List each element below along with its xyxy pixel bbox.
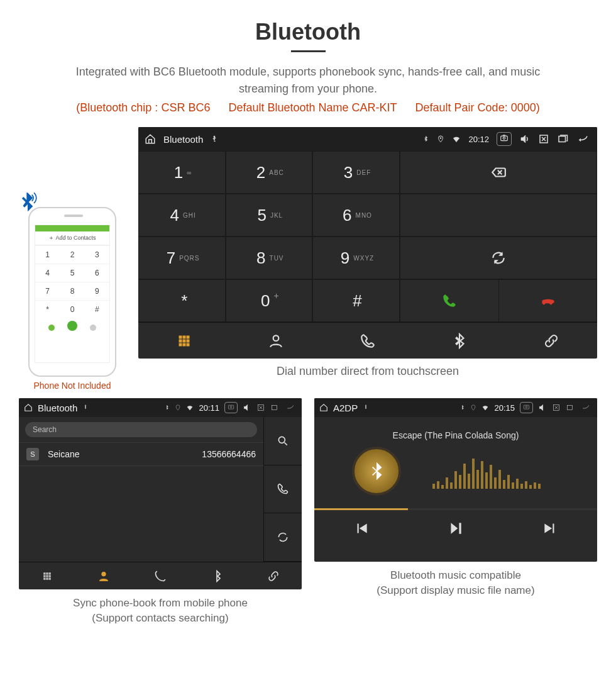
key-0[interactable]: 0+	[226, 279, 313, 322]
svg-rect-25	[49, 575, 51, 577]
sync-button[interactable]	[264, 513, 302, 562]
phone-add-contacts: ＋ Add to Contacts	[35, 231, 109, 245]
svg-rect-7	[187, 336, 189, 338]
recent-apps-icon[interactable]	[270, 403, 279, 412]
recent-apps-icon[interactable]	[557, 133, 568, 145]
tab-keypad[interactable]	[138, 323, 230, 359]
phone-caption: Phone Not Included	[19, 381, 126, 391]
prev-button[interactable]	[314, 510, 409, 547]
dialer-tabbar	[138, 322, 597, 359]
key-#[interactable]: #	[312, 279, 400, 322]
progress-bar[interactable]	[314, 508, 597, 510]
volume-icon[interactable]	[243, 403, 251, 412]
key-5[interactable]: 5JKL	[226, 194, 313, 237]
svg-rect-6	[183, 336, 185, 338]
search-button[interactable]	[264, 417, 302, 465]
tab-recents[interactable]	[322, 323, 414, 359]
back-icon[interactable]	[284, 403, 297, 412]
home-icon[interactable]	[24, 403, 33, 412]
svg-rect-10	[187, 340, 189, 342]
key-3[interactable]: 3DEF	[312, 151, 400, 194]
backspace-button[interactable]	[400, 151, 597, 194]
bt-params: (Bluetooth chip : CSR BC6 Default Blueto…	[19, 101, 597, 114]
home-icon[interactable]	[145, 133, 156, 145]
tab-keypad[interactable]	[19, 562, 75, 589]
key-*[interactable]: *	[138, 279, 226, 322]
svg-rect-27	[46, 577, 48, 579]
statusbar-title: Bluetooth	[163, 134, 203, 145]
svg-rect-5	[179, 336, 182, 338]
bt-status-icon	[422, 133, 429, 145]
pb-statusbar-time: 20:11	[199, 403, 219, 413]
volume-icon[interactable]	[538, 403, 547, 412]
key-6[interactable]: 6MNO	[312, 194, 400, 237]
key-7[interactable]: 7PQRS	[138, 237, 226, 279]
hangup-button[interactable]	[498, 280, 597, 321]
tab-recents[interactable]	[132, 562, 189, 589]
param-chip: (Bluetooth chip : CSR BC6	[76, 101, 210, 114]
svg-point-19	[278, 437, 285, 443]
tab-contacts[interactable]	[230, 323, 322, 359]
svg-rect-4	[559, 136, 566, 142]
screenshot-icon[interactable]	[520, 402, 533, 413]
key-2[interactable]: 2ABC	[226, 151, 313, 194]
svg-point-29	[102, 572, 106, 576]
key-9[interactable]: 9WXYZ	[312, 237, 400, 279]
wifi-icon	[481, 403, 489, 412]
contact-name: Seicane	[48, 449, 80, 459]
key-4[interactable]: 4GHI	[138, 194, 226, 237]
location-icon	[437, 133, 444, 145]
sync-button[interactable]	[400, 237, 597, 279]
key-8[interactable]: 8TUV	[226, 237, 313, 279]
home-icon[interactable]	[319, 403, 328, 412]
usb-icon	[363, 403, 369, 412]
svg-rect-20	[43, 572, 45, 574]
close-app-icon[interactable]	[256, 403, 265, 412]
recent-apps-icon[interactable]	[566, 403, 575, 412]
location-icon	[470, 403, 476, 412]
next-button[interactable]	[503, 510, 597, 547]
call-button[interactable]	[264, 465, 302, 514]
music-statusbar-title: A2DP	[333, 403, 358, 413]
back-icon[interactable]	[580, 403, 592, 412]
tab-pair[interactable]	[245, 562, 302, 589]
close-app-icon[interactable]	[552, 403, 561, 412]
svg-rect-1	[501, 136, 508, 141]
svg-rect-21	[46, 572, 48, 574]
lead-text: Integrated with BC6 Bluetooth module, su…	[50, 64, 566, 97]
phonebook-device: Bluetooth 20:11 Search	[19, 398, 302, 589]
call-button[interactable]	[400, 280, 498, 321]
svg-rect-23	[43, 575, 45, 577]
svg-rect-13	[187, 343, 189, 346]
tab-contacts[interactable]	[75, 562, 132, 589]
screenshot-icon[interactable]	[497, 132, 512, 146]
svg-point-2	[503, 137, 505, 140]
music-caption: Bluetooth music compatible (Support disp…	[314, 568, 597, 598]
title-underline	[291, 50, 326, 52]
phone-mockup: ＋ Add to Contacts 123 456 789 *0# Phone …	[19, 207, 126, 391]
dialer-device: Bluetooth 20:12 1∞2ABC3DEF4GHI5JKL6MNO7P…	[138, 127, 597, 359]
status-bar: Bluetooth 20:12	[138, 127, 597, 151]
key-1[interactable]: 1∞	[138, 151, 226, 194]
equalizer	[432, 457, 541, 489]
svg-rect-9	[183, 340, 185, 342]
bt-status-icon	[164, 403, 170, 412]
close-app-icon[interactable]	[538, 133, 549, 145]
search-input[interactable]: Search	[25, 422, 257, 437]
music-device: A2DP 20:15 Escape (The Pina Colada Song	[314, 398, 597, 562]
tab-bluetooth[interactable]	[189, 562, 245, 589]
play-pause-button[interactable]	[409, 510, 503, 547]
svg-point-16	[230, 406, 232, 408]
svg-point-31	[525, 406, 527, 408]
volume-icon[interactable]	[519, 133, 531, 145]
svg-rect-15	[228, 405, 233, 409]
back-icon[interactable]	[576, 133, 591, 145]
dialer-caption: Dial number direct from touchscreen	[138, 365, 597, 378]
param-code: Default Pair Code: 0000)	[415, 101, 540, 114]
svg-rect-11	[179, 343, 182, 346]
pb-status-bar: Bluetooth 20:11	[19, 398, 302, 417]
tab-pair[interactable]	[505, 323, 597, 359]
screenshot-icon[interactable]	[224, 402, 238, 413]
contact-row[interactable]: S Seicane 13566664466	[19, 442, 263, 466]
tab-bluetooth[interactable]	[414, 323, 505, 359]
